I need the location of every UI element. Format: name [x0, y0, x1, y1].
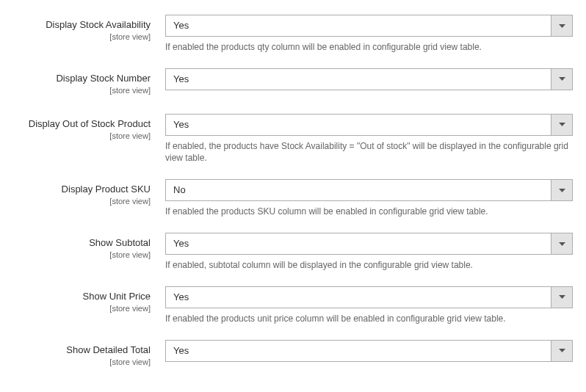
field-show-unit-price: Show Unit Price [store view] Yes If enab…: [11, 286, 575, 325]
chevron-down-icon: [551, 68, 573, 90]
select-display-stock-number[interactable]: Yes: [165, 68, 573, 90]
field-show-subtotal: Show Subtotal [store view] Yes If enable…: [11, 233, 575, 272]
chevron-down-icon: [551, 233, 573, 255]
scope-label: [store view]: [11, 86, 151, 95]
scope-label: [store view]: [11, 304, 151, 313]
chevron-down-icon: [551, 286, 573, 308]
chevron-down-icon: [551, 114, 573, 136]
select-show-subtotal[interactable]: Yes: [165, 233, 573, 255]
field-note: If enabled the products SKU column will …: [165, 206, 573, 218]
scope-label: [store view]: [11, 250, 151, 259]
select-value: Yes: [165, 286, 551, 308]
settings-form: Display Stock Availability [store view] …: [11, 15, 575, 366]
select-value: Yes: [165, 68, 551, 90]
field-label: Display Product SKU: [11, 184, 151, 196]
field-label: Display Stock Number: [11, 73, 151, 85]
select-display-stock-availability[interactable]: Yes: [165, 15, 573, 37]
field-label: Show Subtotal: [11, 237, 151, 250]
field-note: If enabled the products unit price colum…: [165, 313, 573, 325]
scope-label: [store view]: [11, 131, 151, 140]
chevron-down-icon: [551, 179, 573, 201]
select-value: Yes: [165, 340, 551, 362]
select-value: No: [165, 179, 551, 201]
field-display-out-of-stock-product: Display Out of Stock Product [store view…: [11, 114, 575, 165]
select-value: Yes: [165, 15, 551, 37]
scope-label: [store view]: [11, 32, 151, 41]
field-display-stock-number: Display Stock Number [store view] Yes: [11, 68, 575, 95]
chevron-down-icon: [551, 340, 573, 362]
field-note: If enabled, subtotal column will be disp…: [165, 259, 573, 272]
scope-label: [store view]: [11, 197, 151, 206]
scope-label: [store view]: [11, 357, 151, 366]
field-display-stock-availability: Display Stock Availability [store view] …: [11, 15, 575, 54]
field-note: If enabled the products qty column will …: [165, 41, 573, 54]
select-display-out-of-stock-product[interactable]: Yes: [165, 114, 573, 136]
select-display-product-sku[interactable]: No: [165, 179, 573, 201]
select-show-detailed-total[interactable]: Yes: [165, 340, 573, 362]
field-label: Display Stock Availability: [11, 19, 151, 32]
select-value: Yes: [165, 114, 551, 136]
select-value: Yes: [165, 233, 551, 255]
field-display-product-sku: Display Product SKU [store view] No If e…: [11, 179, 575, 218]
field-note: If enabled, the products have Stock Avai…: [165, 140, 573, 165]
field-label: Display Out of Stock Product: [11, 118, 151, 131]
select-show-unit-price[interactable]: Yes: [165, 286, 573, 308]
field-label: Show Unit Price: [11, 291, 151, 303]
chevron-down-icon: [551, 15, 573, 37]
field-label: Show Detailed Total: [11, 344, 151, 357]
field-show-detailed-total: Show Detailed Total [store view] Yes: [11, 340, 575, 366]
